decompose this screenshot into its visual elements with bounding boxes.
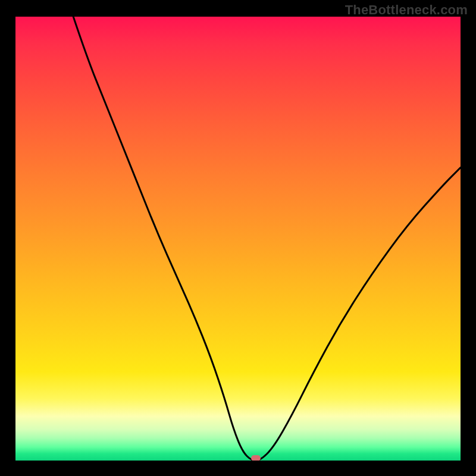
minimum-marker [251,455,261,461]
plot-area [15,17,461,461]
bottleneck-curve [15,17,461,461]
watermark-text: TheBottleneck.com [345,2,468,18]
chart-frame: TheBottleneck.com [0,0,476,476]
